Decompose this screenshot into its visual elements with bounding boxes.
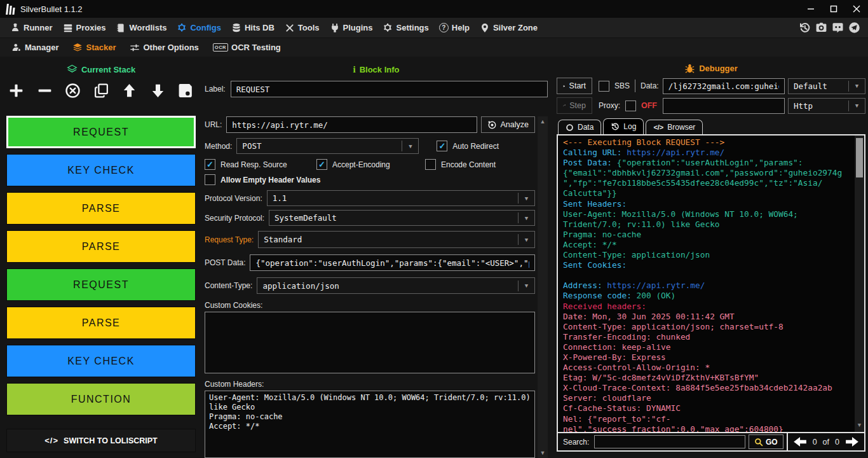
auto-redirect-checkbox[interactable]: ✓ — [437, 141, 447, 151]
label-field-row: Label: — [205, 81, 548, 97]
menu-item-plugins[interactable]: Plugins — [325, 18, 378, 38]
log-scrollbar[interactable]: ▼ — [855, 135, 864, 432]
accept-encoding-checkbox[interactable]: ✓ — [316, 159, 327, 170]
wordlist-type-dropdown[interactable]: Default ▼ — [788, 78, 865, 94]
block-info-form: URL: Analyze Method: POST ▼ ✓ Auto — [205, 116, 535, 458]
menu-item-silver-zone[interactable]: Silver Zone — [475, 18, 543, 38]
menu-item-help[interactable]: ? Help — [434, 18, 475, 38]
stack-block-parse-1[interactable]: PARSE — [6, 192, 196, 225]
clone-block-button[interactable] — [93, 82, 110, 99]
disable-block-button[interactable] — [64, 82, 81, 99]
url-field-row: URL: Analyze — [205, 116, 535, 133]
silver-zone-pin-icon — [480, 23, 490, 33]
discord-button[interactable] — [832, 22, 844, 34]
tab-data[interactable]: Data — [558, 120, 601, 134]
menu-item-configs[interactable]: Configs — [172, 18, 226, 38]
plus-icon — [8, 82, 25, 99]
window-controls — [799, 0, 868, 18]
menu-item-settings[interactable]: Settings — [377, 18, 433, 38]
chevron-down-icon: ▼ — [519, 215, 534, 221]
response-options-row: ✓ Read Resp. Source ✓ Accept-Encoding ✓ … — [205, 159, 535, 170]
security-protocol-dropdown[interactable]: SystemDefault ▼ — [269, 210, 535, 226]
screenshot-button[interactable] — [815, 22, 827, 34]
silverbullet-logo-icon — [6, 3, 15, 15]
settings-gear-icon — [383, 23, 393, 33]
post-data-input[interactable] — [250, 254, 535, 271]
allow-empty-header-row: ✓ Allow Empty Header Values — [205, 174, 535, 185]
submenu-item-manager[interactable]: Manager — [6, 38, 64, 57]
log-output[interactable]: ▼ <--- Executing Block REQUEST --->Calli… — [558, 135, 864, 432]
stack-block-keycheck-2[interactable]: KEY CHECK — [6, 345, 196, 377]
debugger-tabs: Data Log </> Browser — [557, 118, 865, 134]
log-scrollbar-thumb[interactable] — [856, 138, 863, 177]
block-label-input[interactable] — [231, 81, 548, 97]
runner-icon — [10, 23, 20, 33]
help-icon: ? — [439, 23, 449, 32]
save-stack-button[interactable] — [177, 82, 194, 99]
camera-icon — [815, 22, 827, 34]
proxy-type-dropdown[interactable]: Http ▼ — [788, 98, 865, 114]
switch-to-loliscript-button[interactable]: </> SWITCH TO LOLISCRIPT — [6, 429, 196, 452]
stack-block-request-2[interactable]: REQUEST — [6, 268, 196, 301]
method-dropdown[interactable]: POST ▼ — [236, 138, 419, 154]
add-block-button[interactable] — [8, 82, 25, 99]
history-button[interactable] — [799, 22, 811, 34]
scroll-down-icon[interactable]: ▼ — [540, 450, 546, 456]
minimize-button[interactable] — [799, 0, 822, 18]
hits-db-icon — [231, 23, 241, 33]
submenu-item-ocr-testing[interactable]: OCR OCR Testing — [208, 38, 286, 57]
scroll-up-icon[interactable]: ▲ — [540, 118, 546, 125]
debug-data-input[interactable] — [663, 78, 785, 94]
stack-block-parse-2[interactable]: PARSE — [6, 230, 196, 263]
scroll-down-icon[interactable]: ▼ — [858, 420, 861, 432]
sliders-icon — [130, 43, 140, 53]
stack-block-function[interactable]: FUNCTION — [6, 383, 196, 415]
menu-item-runner[interactable]: Runner — [5, 18, 58, 38]
allow-empty-header-values-checkbox[interactable]: ✓ — [205, 174, 215, 185]
log-container: ▼ <--- Executing Block REQUEST --->Calli… — [557, 134, 865, 452]
menu-item-proxies[interactable]: Proxies — [58, 18, 111, 38]
menu-item-wordlists[interactable]: Wordlists — [111, 18, 172, 38]
main-menubar: Runner Proxies Wordlists Configs Hits DB… — [0, 18, 868, 38]
content-type-dropdown[interactable]: application/json ▼ — [257, 277, 535, 294]
move-down-button[interactable] — [149, 82, 166, 99]
window-title: SilverBullet 1.1.2 — [20, 4, 83, 14]
maximize-icon — [830, 5, 837, 13]
encode-content-checkbox[interactable]: ✓ — [425, 159, 436, 170]
stack-block-parse-3[interactable]: PARSE — [6, 307, 196, 339]
log-search-bar: Search: GO 0 of 0 — [558, 432, 864, 450]
custom-headers-textarea[interactable]: User-Agent: Mozilla/5.0 (Windows NT 10.0… — [205, 391, 535, 458]
start-button[interactable]: Start — [557, 78, 592, 94]
close-button[interactable] — [845, 0, 868, 18]
submenu-item-stacker[interactable]: Stacker — [67, 38, 121, 57]
sbs-checkbox[interactable]: ✓ — [599, 81, 609, 92]
tab-browser[interactable]: </> Browser — [646, 120, 703, 134]
custom-cookies-textarea[interactable] — [205, 312, 535, 373]
previous-result-button[interactable] — [794, 437, 807, 447]
log-search-input[interactable] — [594, 435, 745, 448]
url-input[interactable] — [226, 116, 477, 133]
analyze-button[interactable]: Analyze — [481, 116, 535, 133]
discord-icon — [832, 22, 844, 34]
next-result-button[interactable] — [845, 437, 858, 447]
menu-item-hits-db[interactable]: Hits DB — [226, 18, 280, 38]
proxy-checkbox[interactable]: ✓ — [625, 101, 636, 111]
tab-log[interactable]: Log — [603, 118, 644, 134]
remove-block-button[interactable] — [36, 82, 53, 99]
move-up-button[interactable] — [121, 82, 138, 99]
stack-block-request-1[interactable]: REQUEST — [6, 116, 196, 148]
search-go-button[interactable]: GO — [749, 434, 783, 449]
telegram-button[interactable] — [848, 22, 860, 34]
menu-item-tools[interactable]: Tools — [280, 18, 325, 38]
current-stack-panel: Current Stack REQUEST KEY CHECK PARSE PA… — [6, 59, 196, 458]
protocol-version-dropdown[interactable]: 1.1 ▼ — [267, 190, 535, 206]
stack-block-keycheck-1[interactable]: KEY CHECK — [6, 154, 196, 186]
maximize-button[interactable] — [822, 0, 845, 18]
proxy-input[interactable] — [663, 98, 785, 114]
request-type-dropdown[interactable]: Standard ▼ — [258, 231, 535, 248]
form-scrollbar[interactable]: ▲ ▼ — [538, 116, 548, 458]
read-resp-source-checkbox[interactable]: ✓ — [205, 159, 215, 170]
debugger-header: Debugger — [557, 62, 865, 74]
submenu-item-other-options[interactable]: Other Options — [125, 38, 203, 57]
step-button[interactable]: Step — [557, 97, 592, 114]
